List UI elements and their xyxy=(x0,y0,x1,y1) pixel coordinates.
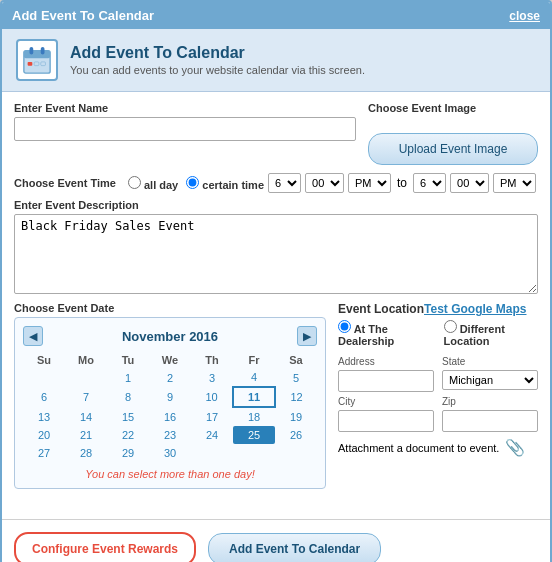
svg-rect-4 xyxy=(28,62,33,66)
calendar-day[interactable]: 14 xyxy=(65,407,107,426)
calendar-day[interactable]: 23 xyxy=(149,426,191,444)
calendar-day[interactable]: 7 xyxy=(65,387,107,407)
address-field-group: Address 5331 South Sprir xyxy=(338,356,434,392)
state-field-group: State Michigan xyxy=(442,356,538,392)
calendar-day[interactable]: 15 xyxy=(107,407,149,426)
calendar-day xyxy=(233,444,275,462)
main-window: Add Event To Calendar close Add Event To… xyxy=(0,0,552,562)
calendar-day[interactable]: 9 xyxy=(149,387,191,407)
calendar-day[interactable]: 20 xyxy=(23,426,65,444)
google-maps-link[interactable]: Test Google Maps xyxy=(424,302,526,316)
calendar-icon xyxy=(16,39,58,81)
prev-month-button[interactable]: ◀ xyxy=(23,326,43,346)
at-dealership-label: At The Dealership xyxy=(338,320,432,347)
calendar-day[interactable]: 25 xyxy=(233,426,275,444)
bottom-divider xyxy=(2,519,550,520)
configure-rewards-button[interactable]: Configure Event Rewards xyxy=(14,532,196,562)
zip-label: Zip xyxy=(442,396,538,407)
calendar-month: November 2016 xyxy=(122,329,218,344)
calendar-day[interactable]: 11 xyxy=(233,387,275,407)
calendar-day[interactable]: 13 xyxy=(23,407,65,426)
city-field-group: City Portage xyxy=(338,396,434,432)
calendar-day[interactable]: 28 xyxy=(65,444,107,462)
cal-day-we: We xyxy=(149,352,191,368)
attach-row: Attachment a document to event. 📎 xyxy=(338,438,538,457)
choose-image-label: Choose Event Image xyxy=(368,102,538,114)
calendar-day[interactable]: 10 xyxy=(191,387,233,407)
svg-rect-6 xyxy=(41,62,46,66)
calendar-day[interactable]: 6 xyxy=(23,387,65,407)
calendar-day[interactable]: 3 xyxy=(191,368,233,387)
col-event-image: Choose Event Image Upload Event Image xyxy=(368,102,538,165)
description-textarea[interactable]: Black Friday Sales Event xyxy=(14,214,538,294)
next-month-button[interactable]: ▶ xyxy=(297,326,317,346)
cal-day-sa: Sa xyxy=(275,352,317,368)
dialog-header: Add Event To Calendar You can add events… xyxy=(2,29,550,92)
col-location: Event LocationTest Google Maps At The De… xyxy=(338,302,538,497)
window-title: Add Event To Calendar xyxy=(12,8,154,23)
address-input[interactable]: 5331 South Sprir xyxy=(338,370,434,392)
calendar-day xyxy=(65,368,107,387)
calendar-section: ◀ November 2016 ▶ Su Mo Tu We Th xyxy=(14,317,326,489)
calendar-day[interactable]: 17 xyxy=(191,407,233,426)
calendar-day[interactable]: 30 xyxy=(149,444,191,462)
bottom-buttons: Configure Event Rewards Add Event To Cal… xyxy=(2,524,550,562)
calendar-day[interactable]: 24 xyxy=(191,426,233,444)
calendar-day[interactable]: 27 xyxy=(23,444,65,462)
calendar-grid: Su Mo Tu We Th Fr Sa 1234567891011121314… xyxy=(23,352,317,462)
calendar-header: ◀ November 2016 ▶ xyxy=(23,326,317,346)
from-hour-select[interactable]: 678 xyxy=(268,173,301,193)
cal-day-mo: Mo xyxy=(65,352,107,368)
time-to-label: to xyxy=(397,176,407,190)
from-min-select[interactable]: 00153045 xyxy=(305,173,344,193)
calendar-day[interactable]: 12 xyxy=(275,387,317,407)
calendar-day[interactable]: 5 xyxy=(275,368,317,387)
description-section: Enter Event Description Black Friday Sal… xyxy=(14,199,538,294)
location-section: Event LocationTest Google Maps At The De… xyxy=(338,302,538,497)
calendar-day[interactable]: 4 xyxy=(233,368,275,387)
calendar-day[interactable]: 26 xyxy=(275,426,317,444)
calendar-day[interactable]: 29 xyxy=(107,444,149,462)
at-dealership-radio[interactable] xyxy=(338,320,351,333)
city-label: City xyxy=(338,396,434,407)
attachment-icon[interactable]: 📎 xyxy=(505,438,525,457)
svg-rect-3 xyxy=(41,47,45,55)
calendar-day[interactable]: 22 xyxy=(107,426,149,444)
title-bar: Add Event To Calendar close xyxy=(2,2,550,29)
calendar-day[interactable]: 19 xyxy=(275,407,317,426)
calendar-day[interactable]: 18 xyxy=(233,407,275,426)
add-to-calendar-button[interactable]: Add Event To Calendar xyxy=(208,533,381,562)
col-calendar: Choose Event Date ◀ November 2016 ▶ Su M… xyxy=(14,302,326,497)
to-period-select[interactable]: AMPM xyxy=(493,173,536,193)
attach-label: Attachment a document to event. xyxy=(338,442,499,454)
different-location-label: Different Location xyxy=(444,320,538,347)
time-row: Choose Event Time all day certain time 6… xyxy=(14,173,538,193)
all-day-radio[interactable] xyxy=(128,176,141,189)
certain-time-radio-label: certain time xyxy=(186,176,264,191)
certain-time-radio[interactable] xyxy=(186,176,199,189)
cal-day-su: Su xyxy=(23,352,65,368)
col-event-name: Enter Event Name Black Friday xyxy=(14,102,356,165)
calendar-day[interactable]: 16 xyxy=(149,407,191,426)
event-name-input[interactable]: Black Friday xyxy=(14,117,356,141)
to-hour-select[interactable]: 678 xyxy=(413,173,446,193)
cal-day-tu: Tu xyxy=(107,352,149,368)
svg-rect-1 xyxy=(24,51,50,59)
address-label: Address xyxy=(338,356,434,367)
zip-input[interactable]: 49002 xyxy=(442,410,538,432)
from-period-select[interactable]: AMPM xyxy=(348,173,391,193)
calendar-day[interactable]: 2 xyxy=(149,368,191,387)
row-name-image: Enter Event Name Black Friday Choose Eve… xyxy=(14,102,538,165)
calendar-day[interactable]: 21 xyxy=(65,426,107,444)
close-button[interactable]: close xyxy=(509,9,540,23)
calendar-day xyxy=(23,368,65,387)
calendar-day[interactable]: 1 xyxy=(107,368,149,387)
calendar-day[interactable]: 8 xyxy=(107,387,149,407)
different-location-radio[interactable] xyxy=(444,320,457,333)
city-input[interactable]: Portage xyxy=(338,410,434,432)
to-min-select[interactable]: 00153045 xyxy=(450,173,489,193)
state-select[interactable]: Michigan xyxy=(442,370,538,390)
row-cal-location: Choose Event Date ◀ November 2016 ▶ Su M… xyxy=(14,302,538,497)
upload-image-button[interactable]: Upload Event Image xyxy=(368,133,538,165)
cal-day-th: Th xyxy=(191,352,233,368)
